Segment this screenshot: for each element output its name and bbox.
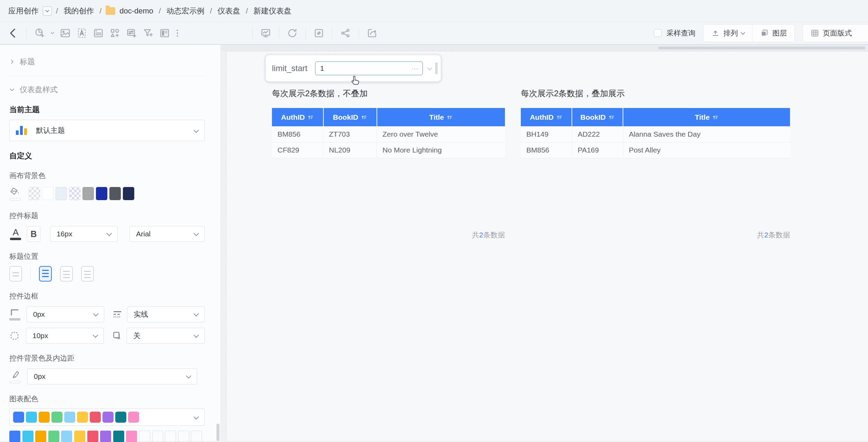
breadcrumb-item-doc-demo[interactable]: doc-demo xyxy=(119,7,153,16)
canvas-bg-swatch[interactable] xyxy=(96,187,107,200)
table-widget-stacked[interactable]: 每次展示2条数据，叠加展示 AuthID BookID Title BH149 … xyxy=(521,88,790,243)
canvas-bg-swatch[interactable] xyxy=(56,187,67,200)
column-header-authid[interactable]: AuthID xyxy=(272,108,323,126)
palette-chip xyxy=(39,412,50,423)
refresh-button[interactable] xyxy=(284,25,301,41)
add-text-button[interactable] xyxy=(74,25,90,41)
page-layout-button[interactable]: 页面版式 xyxy=(803,24,859,42)
canvas-bg-swatch[interactable] xyxy=(109,187,121,200)
add-control-button[interactable] xyxy=(123,25,140,41)
font-family-select[interactable]: Arial xyxy=(129,226,205,242)
table-row: BM856 PA169 Post Alley xyxy=(521,142,790,158)
column-header-bookid[interactable]: BookID xyxy=(323,108,377,126)
add-form-button[interactable] xyxy=(90,25,107,41)
breadcrumb-item-dynamic-macro[interactable]: 动态宏示例 xyxy=(166,6,204,16)
add-shape-button[interactable] xyxy=(107,25,123,41)
breadcrumb-item-new-dashboard[interactable]: 新建仪表盘 xyxy=(253,6,291,16)
title-position-options xyxy=(9,266,214,282)
border-width-select[interactable]: 0px xyxy=(27,306,104,322)
preview-button[interactable] xyxy=(257,25,274,41)
palette-empty-cell[interactable] xyxy=(139,431,150,442)
border-radius-button[interactable] xyxy=(9,331,20,341)
canvas-bg-swatch[interactable] xyxy=(82,187,94,200)
canvas-hscrollbar-thumb[interactable] xyxy=(658,47,865,49)
table-cell: BH149 xyxy=(521,126,572,142)
paint-bucket-button[interactable] xyxy=(9,187,21,200)
widget-padding-select[interactable]: 0px xyxy=(27,369,197,384)
column-header-bookid[interactable]: BookID xyxy=(572,108,623,126)
sort-icon xyxy=(608,114,615,120)
more-menu-button[interactable] xyxy=(173,25,182,41)
font-color-button[interactable]: A xyxy=(9,228,22,240)
palette-empty-cell[interactable] xyxy=(191,431,202,442)
column-header-title[interactable]: Title xyxy=(623,108,790,126)
export-button[interactable] xyxy=(364,25,380,41)
column-header-authid[interactable]: AuthID xyxy=(521,108,572,126)
section-dashboard-style-header[interactable]: 仪表盘样式 xyxy=(9,85,214,95)
border-width-button[interactable] xyxy=(9,308,20,321)
palette-color-cell[interactable] xyxy=(100,431,111,442)
share-button[interactable] xyxy=(337,25,354,41)
toolbar-divider xyxy=(252,27,253,39)
border-width-icon xyxy=(10,308,20,317)
canvas-bg-swatch[interactable] xyxy=(29,187,40,200)
add-panel-button[interactable] xyxy=(156,25,173,41)
palette-empty-cell[interactable] xyxy=(152,431,163,442)
breadcrumb-item-my-creation[interactable]: 我的创作 xyxy=(64,6,94,16)
title-position-none[interactable] xyxy=(9,266,22,282)
palette-color-cell[interactable] xyxy=(87,431,98,442)
title-position-right[interactable] xyxy=(81,266,94,282)
border-style-select[interactable]: 实线 xyxy=(127,306,205,322)
palette-empty-cell[interactable] xyxy=(165,431,176,442)
toolbar: 采样查询 排列 图层 页面版式 xyxy=(0,22,868,45)
palette-color-cell[interactable] xyxy=(61,431,72,442)
border-radius-select[interactable]: 10px xyxy=(26,328,104,344)
sample-query-checkbox[interactable] xyxy=(654,29,662,37)
dashboard-canvas[interactable]: limit_start 1 ⋯ 每次展示2条数据，不叠加 AuthID Book… xyxy=(221,45,868,441)
back-button[interactable] xyxy=(5,25,21,41)
palette-color-cell[interactable] xyxy=(22,431,33,442)
bold-button[interactable]: B xyxy=(27,226,40,242)
theme-select[interactable]: 默认主题 xyxy=(9,120,205,141)
title-position-top[interactable] xyxy=(39,266,52,282)
table-widget-no-stack[interactable]: 每次展示2条数据，不叠加 AuthID BookID Title BM856 Z… xyxy=(272,88,505,243)
breadcrumb-item-dashboard[interactable]: 仪表盘 xyxy=(217,6,240,16)
fullscreen-button[interactable] xyxy=(311,25,327,41)
add-chart-button[interactable] xyxy=(31,25,48,41)
palette-color-cell[interactable] xyxy=(48,431,59,442)
table-cell: BM856 xyxy=(521,142,572,158)
title-position-center[interactable] xyxy=(60,266,73,282)
add-chart-dropdown[interactable] xyxy=(48,25,57,41)
breadcrumb-item-app-creation[interactable]: 应用创作 xyxy=(8,6,39,16)
add-image-button[interactable] xyxy=(57,25,74,41)
shadow-icon[interactable] xyxy=(112,331,122,341)
sidebar-scrollbar-thumb[interactable] xyxy=(216,424,220,441)
section-title-header[interactable]: 标题 xyxy=(9,57,214,67)
widget-bg-color-button[interactable] xyxy=(9,370,21,383)
font-size-select[interactable]: 16px xyxy=(50,226,118,242)
chevron-down-icon xyxy=(194,311,199,317)
add-filter-button[interactable] xyxy=(140,25,156,41)
arrange-button[interactable]: 排列 xyxy=(703,24,752,42)
chevron-down-icon xyxy=(194,231,199,236)
sample-query-label[interactable]: 采样查询 xyxy=(666,28,695,38)
palette-color-cell[interactable] xyxy=(35,431,46,442)
canvas-bg-swatch[interactable] xyxy=(42,187,53,200)
palette-color-cell[interactable] xyxy=(126,431,137,442)
input-resize-handle[interactable] xyxy=(435,62,438,74)
layers-button[interactable]: 图层 xyxy=(752,24,794,42)
app-switcher-dropdown[interactable] xyxy=(43,7,52,16)
canvas-bg-swatch[interactable] xyxy=(123,187,134,200)
column-header-title[interactable]: Title xyxy=(377,108,505,126)
canvas-bg-swatch[interactable] xyxy=(69,187,80,200)
palette-color-cell[interactable] xyxy=(9,431,20,442)
palette-color-cell[interactable] xyxy=(113,431,124,442)
chart-palette-select[interactable] xyxy=(9,409,205,426)
palette-color-cell[interactable] xyxy=(74,431,85,442)
breadcrumb-separator: / xyxy=(210,7,212,16)
limit-start-input[interactable]: 1 ⋯ xyxy=(315,61,423,75)
border-style-icon[interactable] xyxy=(113,309,122,320)
shadow-select[interactable]: 关 xyxy=(127,328,205,344)
palette-empty-cell[interactable] xyxy=(178,431,189,442)
table-cell: ZT703 xyxy=(323,126,377,142)
